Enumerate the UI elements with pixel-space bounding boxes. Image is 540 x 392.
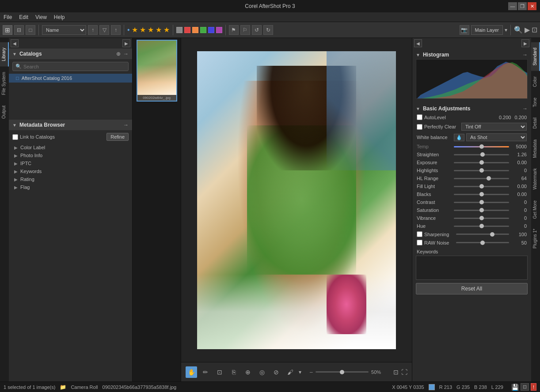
- sort-asc-button[interactable]: ↑: [88, 25, 98, 35]
- film-thumbnail[interactable]: 090202w84z_.jpg: [137, 40, 177, 102]
- right-tab-tone[interactable]: Tone: [531, 92, 540, 113]
- white-balance-eyedropper[interactable]: 💧: [454, 134, 464, 141]
- metadata-item-photo-info[interactable]: ▶ Photo Info: [9, 151, 132, 159]
- bookmark-btn[interactable]: ⚐: [240, 25, 250, 35]
- sidebar-tab-output[interactable]: Output: [0, 100, 9, 124]
- catalogs-header[interactable]: ▼ Catalogs ⊕ →: [9, 49, 132, 59]
- rotate-left-btn[interactable]: ↺: [252, 25, 262, 35]
- contrast-slider[interactable]: [454, 202, 509, 203]
- rating-dot[interactable]: •: [127, 26, 130, 34]
- link-to-catalogs-checkbox[interactable]: [12, 134, 18, 140]
- flag-purple[interactable]: [216, 27, 222, 33]
- filter-button[interactable]: ▽: [99, 25, 109, 35]
- basic-adj-header[interactable]: ▼ Basic Adjustments →: [416, 104, 528, 113]
- pencil-tool-btn[interactable]: ✏: [200, 366, 211, 378]
- link-to-catalogs-checkbox-label[interactable]: Link to Catalogs: [12, 134, 55, 140]
- histogram-header[interactable]: ▼ Histogram →: [416, 50, 528, 59]
- statusbar-icon-2[interactable]: ⊡: [521, 383, 529, 391]
- filmstrip-view-button[interactable]: ⊟: [14, 25, 24, 35]
- copy-settings-btn[interactable]: ⎘: [228, 366, 240, 378]
- right-tab-color[interactable]: Color: [531, 71, 540, 92]
- sharpening-slider[interactable]: [456, 234, 509, 235]
- menu-view[interactable]: View: [35, 14, 47, 20]
- hue-slider[interactable]: [454, 226, 509, 227]
- raw-noise-checkbox[interactable]: [417, 240, 422, 245]
- star-5[interactable]: ★: [164, 26, 170, 34]
- metadata-item-flag[interactable]: ▶ Flag: [9, 183, 132, 191]
- histogram-expand-btn[interactable]: →: [522, 52, 528, 58]
- right-tab-getmore[interactable]: Get More: [531, 195, 540, 224]
- single-view-button[interactable]: □: [26, 25, 35, 35]
- search-icon-btn[interactable]: 🔍: [514, 26, 523, 34]
- export-btn[interactable]: ⊡: [532, 26, 537, 34]
- restore-button[interactable]: ❐: [518, 2, 527, 10]
- statusbar-icon-3[interactable]: !: [531, 383, 536, 391]
- menu-help[interactable]: Help: [54, 14, 65, 20]
- metadata-item-iptc[interactable]: ▶ IPTC: [9, 159, 132, 167]
- brush-btn[interactable]: 🖌: [285, 366, 296, 378]
- heal-btn[interactable]: ⊕: [242, 366, 254, 378]
- highlights-slider[interactable]: [454, 170, 509, 171]
- temp-slider[interactable]: [454, 146, 509, 147]
- metadata-item-rating[interactable]: ▶ Rating: [9, 175, 132, 183]
- flag-orange[interactable]: [192, 27, 198, 33]
- fill-light-slider[interactable]: [454, 186, 509, 187]
- zoom-minus-icon[interactable]: −: [309, 369, 313, 376]
- right-tab-plugins[interactable]: Plugins 1*: [531, 224, 540, 253]
- crop-tool-btn[interactable]: ⊡: [214, 366, 225, 378]
- keywords-textarea[interactable]: [416, 256, 528, 280]
- straighten-slider[interactable]: [454, 154, 509, 155]
- fullscreen-btn[interactable]: ⛶: [401, 369, 407, 376]
- menu-file[interactable]: File: [4, 14, 12, 20]
- flag-blue[interactable]: [208, 27, 214, 33]
- slideshow-btn[interactable]: ▶: [525, 26, 530, 34]
- sort-dropdown[interactable]: Name: [42, 25, 86, 35]
- grid-view-button[interactable]: ⊞: [3, 25, 12, 35]
- zoom-slider[interactable]: [316, 371, 369, 373]
- main-layer-dropdown-icon[interactable]: ▾: [505, 27, 507, 33]
- reset-all-button[interactable]: Reset All: [416, 283, 528, 294]
- refine-button[interactable]: Refine: [106, 133, 129, 141]
- import-button[interactable]: 📷: [460, 25, 469, 35]
- main-layer-button[interactable]: Main Layer: [471, 25, 503, 35]
- metadata-header[interactable]: ▼ Metadata Browser →: [9, 120, 132, 130]
- star-3[interactable]: ★: [148, 26, 154, 34]
- menu-edit[interactable]: Edit: [19, 14, 28, 20]
- flag-red[interactable]: [184, 27, 190, 33]
- right-tab-watermark[interactable]: Watermark: [531, 163, 540, 195]
- star-2[interactable]: ★: [140, 26, 146, 34]
- vibrance-slider[interactable]: [454, 218, 509, 219]
- saturation-slider[interactable]: [454, 210, 509, 211]
- sidebar-nav-left[interactable]: ◀: [11, 39, 19, 47]
- hand-tool-btn[interactable]: ✋: [186, 366, 197, 378]
- basic-adj-expand-btn[interactable]: →: [522, 106, 528, 112]
- lens-btn[interactable]: ◎: [256, 366, 268, 378]
- right-nav-left[interactable]: ◀: [414, 39, 422, 47]
- star-1[interactable]: ★: [132, 26, 138, 34]
- gradient-btn[interactable]: ⊘: [270, 366, 282, 378]
- tint-off-dropdown[interactable]: Tint Off: [461, 123, 527, 131]
- rotate-right-btn[interactable]: ↻: [263, 25, 273, 35]
- flag-gray[interactable]: [176, 27, 183, 33]
- right-tab-detail[interactable]: Detail: [531, 112, 540, 134]
- autolevel-checkbox[interactable]: [417, 114, 422, 120]
- catalog-item-aftershot[interactable]: □ AfterShot Catalog 2016: [9, 74, 132, 83]
- flag-btn[interactable]: ⚑: [229, 25, 239, 35]
- minimize-button[interactable]: —: [508, 2, 517, 10]
- catalogs-arrow-btn[interactable]: →: [123, 51, 129, 57]
- raw-noise-slider[interactable]: [456, 242, 509, 243]
- tool-dropdown-arrow[interactable]: ▾: [299, 369, 301, 375]
- blacks-slider[interactable]: [454, 194, 509, 195]
- flag-green[interactable]: [200, 27, 206, 33]
- metadata-item-keywords[interactable]: ▶ Keywords: [9, 167, 132, 175]
- star-4[interactable]: ★: [156, 26, 162, 34]
- metadata-arrow-btn[interactable]: →: [123, 122, 129, 128]
- right-tab-metadata[interactable]: Metadata: [531, 134, 540, 163]
- hl-range-slider[interactable]: [454, 178, 509, 179]
- sidebar-tab-library[interactable]: Library: [0, 42, 9, 67]
- fit-view-btn[interactable]: ⊡: [393, 369, 399, 376]
- sidebar-nav-right[interactable]: ▶: [122, 39, 130, 47]
- close-button[interactable]: ✕: [528, 2, 536, 10]
- exposure-slider[interactable]: [454, 162, 509, 163]
- right-nav-right[interactable]: ▶: [521, 39, 529, 47]
